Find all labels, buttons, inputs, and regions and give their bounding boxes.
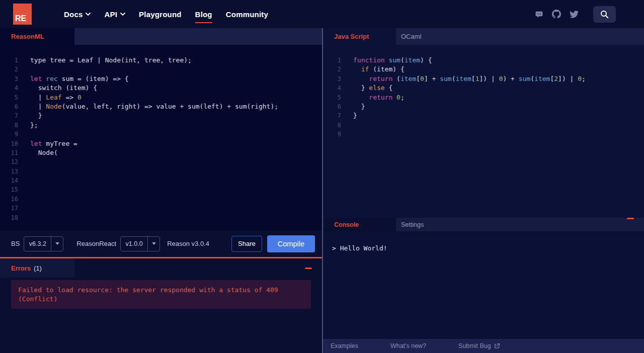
errors-count-badge: (1) bbox=[34, 264, 42, 272]
line-number: 4 bbox=[323, 83, 341, 93]
code-text: } bbox=[18, 111, 42, 120]
code-line: 8 bbox=[323, 121, 644, 130]
tab-label: OCaml bbox=[401, 33, 421, 40]
code-line: 4 switch (item) { bbox=[0, 83, 322, 93]
footer-submit-bug-link[interactable]: Submit Bug bbox=[458, 342, 500, 349]
code-text bbox=[341, 130, 357, 139]
code-text: return (item[0] + sum(item[1]) | 0) + su… bbox=[341, 74, 586, 83]
line-number: 1 bbox=[323, 56, 341, 65]
github-icon[interactable] bbox=[552, 10, 561, 19]
nav-item-api[interactable]: API bbox=[104, 10, 125, 19]
console-tabbar: Console Settings bbox=[323, 218, 644, 231]
bs-version-dropdown[interactable]: v6.3.2 bbox=[24, 236, 63, 251]
code-text: return 0; bbox=[341, 93, 405, 102]
line-number: 1 bbox=[0, 56, 18, 65]
code-line: 16 bbox=[0, 195, 322, 204]
footer-whats-new-link[interactable]: What's new? bbox=[390, 342, 426, 349]
tab-errors[interactable]: Errors (1) bbox=[0, 258, 74, 278]
line-number: 12 bbox=[0, 157, 18, 166]
code-text: } bbox=[341, 111, 357, 120]
code-line: 8}; bbox=[0, 121, 322, 130]
right-column: Java Script OCaml 1function sum(item) {2… bbox=[322, 28, 644, 353]
main-nav: Docs API Playground Blog Community bbox=[64, 10, 268, 19]
tab-javascript[interactable]: Java Script bbox=[323, 28, 396, 45]
nav-item-blog[interactable]: Blog bbox=[195, 10, 212, 19]
code-line: 13 bbox=[0, 167, 322, 176]
code-text: } else { bbox=[341, 83, 392, 93]
code-line: 4 } else { bbox=[323, 83, 644, 93]
nav-label: Docs bbox=[64, 10, 83, 19]
line-number: 9 bbox=[0, 130, 18, 139]
code-line: 2 if (item) { bbox=[323, 65, 644, 74]
share-button[interactable]: Share bbox=[231, 236, 262, 252]
code-text bbox=[18, 195, 34, 204]
console-output-line: > Hello World! bbox=[332, 244, 387, 252]
footer-label: Submit Bug bbox=[458, 342, 491, 349]
reason-version-text: Reason v3.0.4 bbox=[167, 240, 209, 247]
code-line: 10let myTree = bbox=[0, 139, 322, 148]
line-number: 5 bbox=[0, 93, 18, 102]
output-tabbar: Java Script OCaml bbox=[323, 28, 644, 45]
top-navbar: RE Docs API Playground Blog Community bbox=[0, 0, 644, 28]
navbar-right bbox=[534, 6, 616, 23]
line-number: 3 bbox=[0, 74, 18, 83]
tab-console[interactable]: Console bbox=[323, 218, 396, 231]
line-number: 8 bbox=[0, 121, 18, 130]
reasonreact-version-dropdown[interactable]: v1.0.0 bbox=[120, 236, 160, 251]
tab-label: Settings bbox=[401, 221, 424, 228]
code-text bbox=[18, 130, 34, 139]
code-line: 3 return (item[0] + sum(item[1]) | 0) + … bbox=[323, 74, 644, 83]
code-text bbox=[18, 176, 34, 185]
app-window: RE Docs API Playground Blog Community bbox=[0, 0, 644, 353]
tab-reasonml[interactable]: ReasonML bbox=[0, 28, 74, 45]
reason-logo[interactable]: RE bbox=[13, 4, 32, 25]
line-number: 9 bbox=[323, 130, 341, 139]
tab-settings[interactable]: Settings bbox=[396, 218, 429, 231]
chevron-down-icon bbox=[86, 13, 91, 16]
playground-footer: Examples What's new? Submit Bug bbox=[323, 339, 644, 353]
nav-label: Community bbox=[226, 10, 268, 19]
code-text bbox=[18, 213, 34, 222]
twitter-icon[interactable] bbox=[570, 10, 579, 19]
line-number: 6 bbox=[0, 102, 18, 111]
discord-icon[interactable] bbox=[534, 10, 543, 19]
logo-text: RE bbox=[15, 14, 26, 23]
code-line: 9 bbox=[323, 130, 644, 139]
compile-button[interactable]: Compile bbox=[267, 235, 315, 252]
code-text: let myTree = bbox=[18, 139, 77, 148]
nav-item-docs[interactable]: Docs bbox=[64, 10, 91, 19]
line-number: 11 bbox=[0, 148, 18, 157]
nav-item-playground[interactable]: Playground bbox=[139, 10, 182, 19]
minimize-errors-icon[interactable] bbox=[305, 268, 312, 269]
code-line: 5 return 0; bbox=[323, 93, 644, 102]
code-text bbox=[341, 121, 357, 130]
code-line: 9 bbox=[0, 130, 322, 139]
nav-item-community[interactable]: Community bbox=[226, 10, 268, 19]
search-button[interactable] bbox=[593, 6, 616, 23]
compile-toolbar: BS v6.3.2 ReasonReact v1.0.0 Reason v3.0… bbox=[0, 230, 322, 257]
error-message-box: Failed to load resource: the server resp… bbox=[11, 280, 311, 309]
code-text bbox=[18, 167, 34, 176]
line-number: 2 bbox=[0, 65, 18, 74]
line-number: 8 bbox=[323, 121, 341, 130]
line-number: 10 bbox=[0, 139, 18, 148]
code-line: 5 | Leaf => 0 bbox=[0, 93, 322, 102]
bs-label: BS bbox=[11, 240, 20, 247]
code-text: } bbox=[341, 102, 365, 111]
footer-examples-link[interactable]: Examples bbox=[331, 342, 358, 349]
code-line: 7 } bbox=[0, 111, 322, 120]
line-number: 18 bbox=[0, 213, 18, 222]
code-line: 11 Node( bbox=[0, 148, 322, 157]
errors-header: Errors (1) bbox=[0, 258, 322, 278]
minimize-console-icon[interactable] bbox=[627, 218, 634, 219]
line-number: 7 bbox=[0, 111, 18, 120]
code-text bbox=[18, 204, 34, 213]
tab-ocaml[interactable]: OCaml bbox=[396, 28, 426, 45]
code-line: 6 | Node(value, left, right) => value + … bbox=[0, 102, 322, 111]
code-line: 14 bbox=[0, 176, 322, 185]
line-number: 7 bbox=[323, 111, 341, 120]
code-text: Node( bbox=[18, 148, 58, 157]
reason-code-editor[interactable]: 1type tree = Leaf | Node(int, tree, tree… bbox=[0, 45, 322, 230]
line-number: 2 bbox=[323, 65, 341, 74]
reasonreact-label: ReasonReact bbox=[76, 240, 116, 247]
